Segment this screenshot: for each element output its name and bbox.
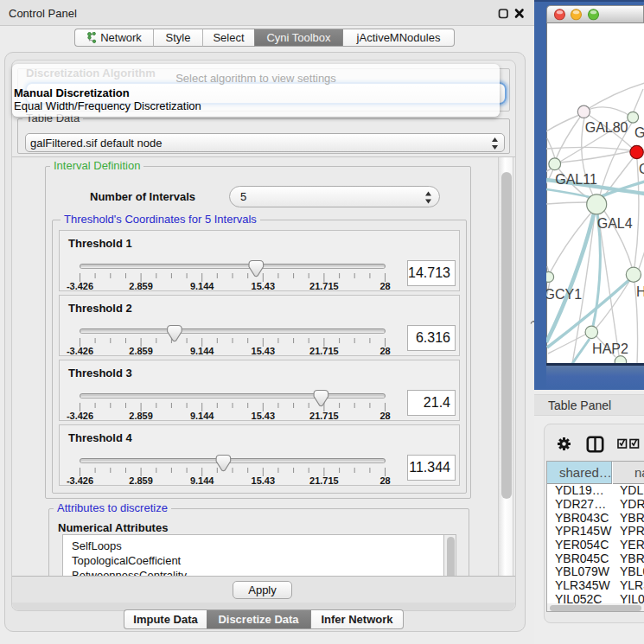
svg-text:HA: HA [636,284,644,299]
svg-text:GAL4: GAL4 [597,216,633,231]
svg-text:GAL11: GAL11 [555,172,597,187]
svg-text:C: C [639,162,644,176]
svg-text:GA: GA [634,125,644,140]
svg-text:GCY1: GCY1 [546,287,582,302]
svg-text:HAP2: HAP2 [592,341,628,356]
svg-text:GAL80: GAL80 [585,120,628,135]
